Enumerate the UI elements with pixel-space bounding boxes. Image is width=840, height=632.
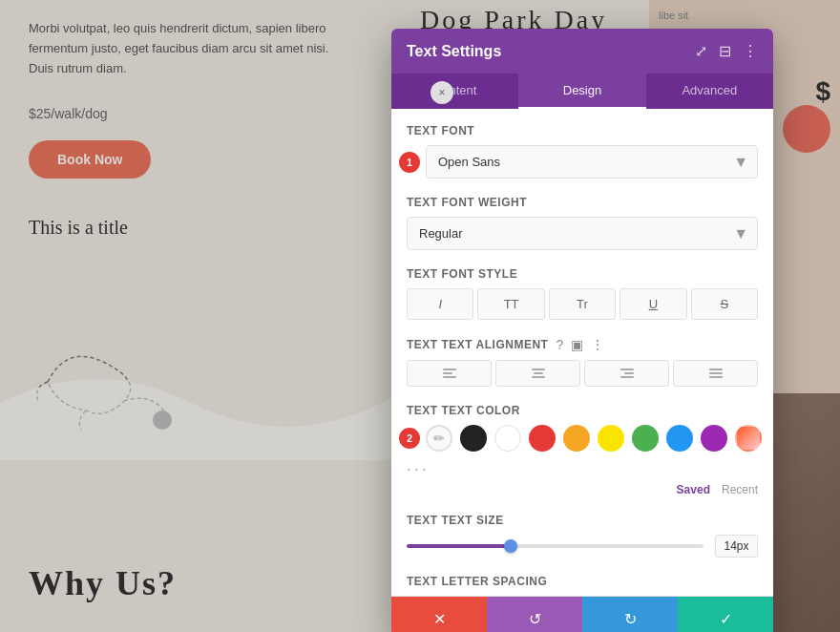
text-alignment-group: Text Text Alignment ? ▣ ⋮ xyxy=(407,337,758,387)
color-yellow[interactable] xyxy=(598,425,624,452)
alignment-help-icon[interactable]: ? xyxy=(556,337,563,352)
font-weight-select-container: Regular ▼ xyxy=(407,217,758,250)
redo-button[interactable]: ↻ xyxy=(582,597,678,632)
color-purple[interactable] xyxy=(701,425,727,452)
text-font-weight-label: Text Font Weight xyxy=(407,196,758,209)
saved-recent-row: Saved Recent xyxy=(407,483,758,496)
saved-label[interactable]: Saved xyxy=(677,483,710,496)
modal-footer: ✕ ↺ ↻ ✓ xyxy=(391,596,773,632)
text-font-group: Text Font 1 Open Sans ▼ xyxy=(407,124,758,179)
modal-header-icons: ⤢ ⊟ ⋮ xyxy=(695,42,758,60)
text-alignment-label: Text Text Alignment xyxy=(407,338,548,351)
align-justify-button[interactable] xyxy=(673,360,758,387)
font-style-buttons: I TT Tr U S xyxy=(407,288,758,320)
color-green[interactable] xyxy=(632,425,659,452)
color-picker-swatch[interactable]: ✏ xyxy=(426,425,452,452)
badge-1: 1 xyxy=(399,152,420,173)
color-dots: ··· xyxy=(407,459,758,479)
align-left-button[interactable] xyxy=(407,360,492,387)
color-white[interactable] xyxy=(494,425,521,452)
modal-external-close[interactable]: × xyxy=(430,81,453,104)
color-orange[interactable] xyxy=(563,425,590,452)
text-size-slider-row: 14px xyxy=(407,535,758,558)
strikethrough-button[interactable]: S xyxy=(691,288,758,320)
cancel-button[interactable]: ✕ xyxy=(391,597,487,632)
undo-button[interactable]: ↺ xyxy=(487,597,582,632)
color-swatches-row: ✏ xyxy=(426,425,758,452)
columns-icon[interactable]: ⊟ xyxy=(719,42,731,60)
color-red[interactable] xyxy=(529,425,556,452)
text-letter-spacing-group: Text Letter Spacing xyxy=(407,575,758,588)
alignment-header: Text Text Alignment ? ▣ ⋮ xyxy=(407,337,758,352)
text-font-label: Text Font xyxy=(407,124,758,137)
text-settings-modal: Text Settings ⤢ ⊟ ⋮ Content Design Advan… xyxy=(391,29,773,632)
recent-label[interactable]: Recent xyxy=(722,483,758,496)
color-gradient[interactable] xyxy=(735,425,762,452)
text-font-style-label: Text Font Style xyxy=(407,267,758,281)
modal-title: Text Settings xyxy=(407,43,501,60)
tab-design[interactable]: Design xyxy=(518,74,645,109)
alignment-device-icon[interactable]: ▣ xyxy=(571,337,583,352)
expand-icon[interactable]: ⤢ xyxy=(695,42,707,60)
text-size-label: Text Text Size xyxy=(407,514,758,527)
modal-header: Text Settings ⤢ ⊟ ⋮ xyxy=(391,29,773,74)
text-font-style-group: Text Font Style I TT Tr U S xyxy=(407,267,758,320)
confirm-button[interactable]: ✓ xyxy=(678,597,773,632)
text-size-value[interactable]: 14px xyxy=(715,535,758,558)
tab-advanced[interactable]: Advanced xyxy=(646,74,773,109)
tab-content[interactable]: Content xyxy=(391,74,518,109)
uppercase-button[interactable]: TT xyxy=(477,288,544,320)
text-size-group: Text Text Size 14px xyxy=(407,514,758,558)
align-right-button[interactable] xyxy=(584,360,669,387)
align-center-button[interactable] xyxy=(495,360,580,387)
color-row-wrapper: 2 ✏ xyxy=(407,425,758,452)
slider-thumb[interactable] xyxy=(504,539,517,553)
color-blue[interactable] xyxy=(666,425,693,452)
more-icon[interactable]: ⋮ xyxy=(743,42,758,60)
underline-button[interactable]: U xyxy=(620,288,686,320)
badge-2: 2 xyxy=(399,428,420,449)
font-select[interactable]: Open Sans xyxy=(426,145,758,179)
text-color-group: Text Text Color 2 ✏ ··· Saved xyxy=(407,404,758,496)
italic-button[interactable]: I xyxy=(407,288,473,320)
font-weight-select[interactable]: Regular xyxy=(407,217,758,250)
capitalize-button[interactable]: Tr xyxy=(549,288,616,320)
alignment-buttons xyxy=(407,360,758,387)
modal-body: Text Font 1 Open Sans ▼ Text Font Weight… xyxy=(391,109,773,596)
alignment-more-icon[interactable]: ⋮ xyxy=(591,337,604,352)
color-black[interactable] xyxy=(460,425,487,452)
font-select-wrapper: 1 Open Sans ▼ xyxy=(407,145,758,179)
font-select-container: Open Sans ▼ xyxy=(426,145,758,179)
text-font-weight-group: Text Font Weight Regular ▼ xyxy=(407,196,758,250)
text-letter-spacing-label: Text Letter Spacing xyxy=(407,575,758,588)
text-color-label: Text Text Color xyxy=(407,404,758,417)
text-size-slider[interactable] xyxy=(407,544,704,548)
slider-fill xyxy=(407,544,511,548)
